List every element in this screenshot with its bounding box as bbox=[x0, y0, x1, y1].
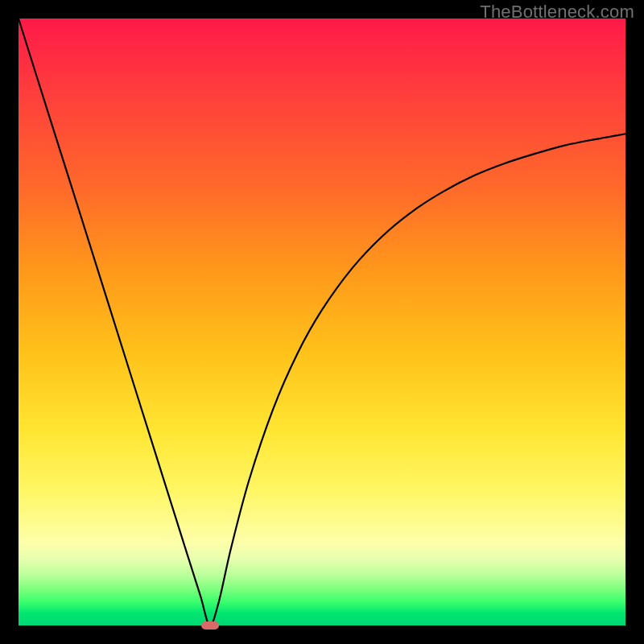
watermark-text: TheBottleneck.com bbox=[480, 2, 634, 23]
chart-frame: TheBottleneck.com bbox=[0, 0, 644, 644]
bottleneck-curve bbox=[19, 19, 625, 625]
optimal-point-marker bbox=[201, 621, 219, 630]
